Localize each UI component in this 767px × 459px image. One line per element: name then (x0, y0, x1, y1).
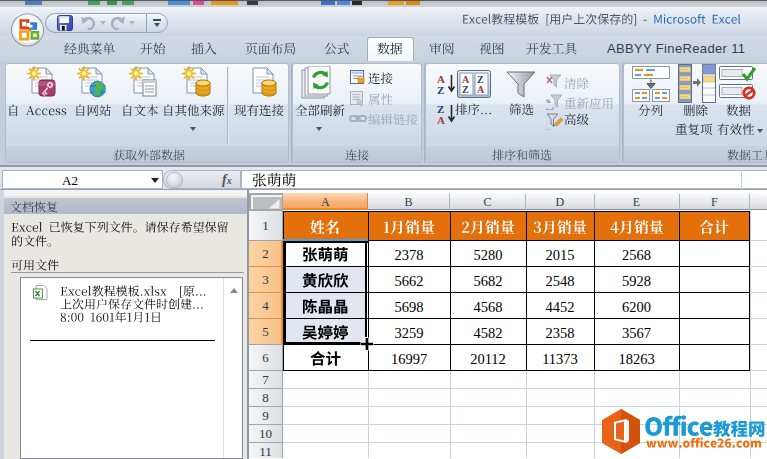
svg-text:A: A (462, 74, 470, 85)
svg-text:~~~: ~~~ (681, 94, 689, 99)
svg-text:Z: Z (477, 74, 484, 85)
svg-text:...: ... (545, 125, 550, 131)
svg-text:A: A (477, 84, 485, 95)
svg-text:A: A (437, 114, 445, 126)
svg-text:Z: Z (437, 84, 444, 96)
svg-text:~~~: ~~~ (681, 85, 689, 90)
svg-text:Z: Z (462, 84, 469, 95)
svg-text:~~~: ~~~ (681, 67, 689, 72)
svg-text:~~~: ~~~ (681, 76, 689, 81)
